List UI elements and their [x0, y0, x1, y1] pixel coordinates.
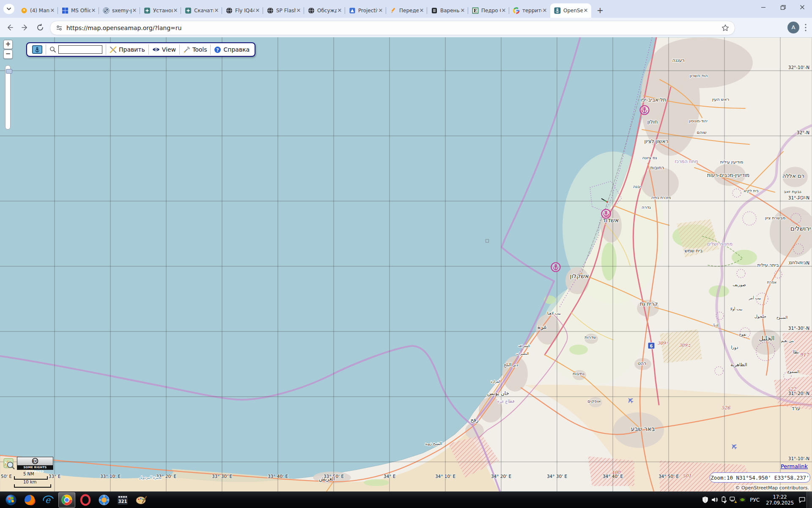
harbour-anchor-icon[interactable] — [602, 210, 611, 218]
tab-close-icon[interactable]: ✕ — [460, 8, 466, 14]
browser-tab-2[interactable]: MS Ofiice✕ — [58, 3, 99, 18]
browser-tab-13[interactable]: территор✕ — [509, 3, 550, 18]
harbour-anchor-icon[interactable] — [640, 106, 649, 115]
show-desktop-button[interactable] — [807, 491, 812, 508]
cc-icon: CC — [31, 458, 39, 464]
browser-tab-12[interactable]: EПедро С✕ — [468, 3, 509, 18]
new-tab-button[interactable]: + — [595, 5, 606, 16]
minimize-button[interactable] — [754, 0, 773, 14]
network-warning-icon[interactable] — [728, 491, 738, 508]
volume-icon[interactable] — [710, 491, 719, 508]
osm-magnifier-icon — [3, 458, 15, 469]
eye-icon — [152, 47, 160, 52]
map-label: 522 — [787, 387, 797, 392]
zoom-slider[interactable] — [5, 65, 11, 130]
forward-button[interactable] — [19, 21, 31, 34]
browser-tab-14[interactable]: OpenSea✕ — [550, 3, 591, 18]
chrome-icon — [61, 494, 73, 506]
tab-search-button[interactable] — [3, 4, 14, 14]
map-search-field[interactable] — [46, 44, 106, 55]
tab-close-icon[interactable]: ✕ — [214, 8, 219, 14]
map-label: العريش — [319, 476, 335, 482]
map-label: تفوح — [739, 332, 746, 337]
svg-text:321: 321 — [118, 499, 127, 504]
map-label: رفح — [470, 417, 478, 423]
zoom-in-button[interactable]: + — [3, 40, 13, 49]
site-info-icon[interactable] — [55, 24, 63, 32]
tab-title: Варенье — [440, 8, 460, 14]
tab-close-icon[interactable]: ✕ — [337, 8, 343, 14]
browser-tab-1[interactable]: (4) Mana✕ — [17, 3, 58, 18]
taskbar-app-internet-explorer[interactable]: e — [40, 492, 57, 508]
taskbar-app-paint[interactable] — [133, 492, 150, 508]
openseamap-logo-button[interactable] — [29, 44, 46, 55]
profile-avatar[interactable]: A — [787, 22, 799, 33]
tab-close-icon[interactable]: ✕ — [255, 8, 261, 14]
tab-close-icon[interactable]: ✕ — [583, 8, 589, 14]
map-label: מבשרת ציון — [765, 215, 786, 220]
osm-logo[interactable] — [3, 458, 15, 469]
menu-help[interactable]: ? Справка — [211, 44, 253, 55]
map-label: غزة — [538, 323, 547, 331]
tab-close-icon[interactable]: ✕ — [296, 8, 302, 14]
tab-close-icon[interactable]: ✕ — [378, 8, 384, 14]
route-badge: 6 — [648, 342, 655, 349]
browser-tab-8[interactable]: Обсужде✕ — [304, 3, 345, 18]
nvidia-icon[interactable] — [738, 491, 747, 508]
permalink-link[interactable]: Permalink — [781, 463, 808, 469]
map-label: ראש העין — [712, 97, 729, 102]
grid-lon-label: 34° 50' E — [658, 474, 679, 479]
zoom-out-button[interactable]: − — [3, 50, 13, 59]
menu-view[interactable]: View — [149, 44, 180, 55]
tab-close-icon[interactable]: ✕ — [419, 8, 425, 14]
desktop: (4) Mana✕MS Ofiice✕sxemy-po✕Установк✕Ска… — [0, 0, 812, 508]
tab-close-icon[interactable]: ✕ — [542, 8, 548, 14]
browser-tab-7[interactable]: SP Flash✕ — [263, 3, 304, 18]
taskbar-app-media-player-classic[interactable]: 321 — [114, 492, 131, 508]
language-indicator[interactable]: РУС — [747, 497, 763, 503]
tab-close-icon[interactable]: ✕ — [173, 8, 178, 14]
tab-close-icon[interactable]: ✕ — [132, 8, 137, 14]
tab-close-icon[interactable]: ✕ — [501, 8, 507, 14]
search-input[interactable] — [58, 45, 102, 54]
taskbar-app-compass-app[interactable] — [96, 492, 112, 508]
map-attribution[interactable]: © OpenStreetMap contributors. — [734, 485, 810, 491]
tab-close-icon[interactable]: ✕ — [49, 8, 55, 14]
taskbar-app-chrome[interactable] — [58, 492, 75, 508]
browser-tab-5[interactable]: Скачать✕ — [181, 3, 222, 18]
clock[interactable]: 17:22 27.09.2025 — [763, 494, 797, 506]
menu-edit[interactable]: Править — [106, 44, 149, 55]
browser-tab-6[interactable]: Fly IQ441✕ — [222, 3, 263, 18]
chevron-down-icon — [6, 6, 11, 11]
map-canvas[interactable]: 50' E33° E33° 10' E33° 20' E33° 30' E33°… — [0, 37, 812, 491]
address-bar[interactable]: https://map.openseamap.org/?lang=ru — [50, 21, 735, 35]
url-text[interactable]: https://map.openseamap.org/?lang=ru — [66, 25, 721, 31]
taskbar-app-firefox[interactable] — [21, 492, 38, 508]
bookmark-star-icon[interactable] — [721, 24, 730, 32]
map-label: בית לקיא — [743, 189, 759, 193]
browser-menu-button[interactable] — [802, 23, 809, 32]
browser-tab-10[interactable]: Передел✕ — [386, 3, 427, 18]
reload-button[interactable] — [34, 21, 47, 34]
taskbar-app-start[interactable] — [3, 492, 19, 508]
browser-tab-11[interactable]: Варенье✕ — [427, 3, 468, 18]
close-button[interactable] — [793, 0, 812, 14]
harbour-anchor-icon[interactable] — [551, 263, 560, 272]
notification-center-icon[interactable] — [797, 491, 807, 508]
tab-close-icon[interactable]: ✕ — [91, 8, 96, 14]
defender-shield-icon[interactable] — [700, 491, 710, 508]
clock-date: 27.09.2025 — [766, 500, 794, 506]
map-label: الشيوخ — [776, 315, 787, 320]
map-label: السموع — [787, 370, 800, 374]
browser-tab-3[interactable]: sxemy-po✕ — [99, 3, 140, 18]
back-button[interactable] — [3, 21, 16, 34]
map-viewport[interactable]: 50' E33° E33° 10' E33° 20' E33° 30' E33°… — [0, 37, 812, 491]
taskbar-app-opera[interactable] — [77, 492, 94, 508]
cc-license-badge[interactable]: CC SOME RIGHTS RESERVED — [17, 457, 53, 470]
menu-tools[interactable]: Tools — [180, 44, 211, 55]
zoom-slider-handle[interactable] — [6, 69, 12, 74]
maximize-button[interactable] — [773, 0, 793, 14]
usb-device-icon[interactable] — [719, 491, 728, 508]
browser-tab-4[interactable]: Установк✕ — [140, 3, 181, 18]
browser-tab-9[interactable]: Projectiv✕ — [345, 3, 386, 18]
